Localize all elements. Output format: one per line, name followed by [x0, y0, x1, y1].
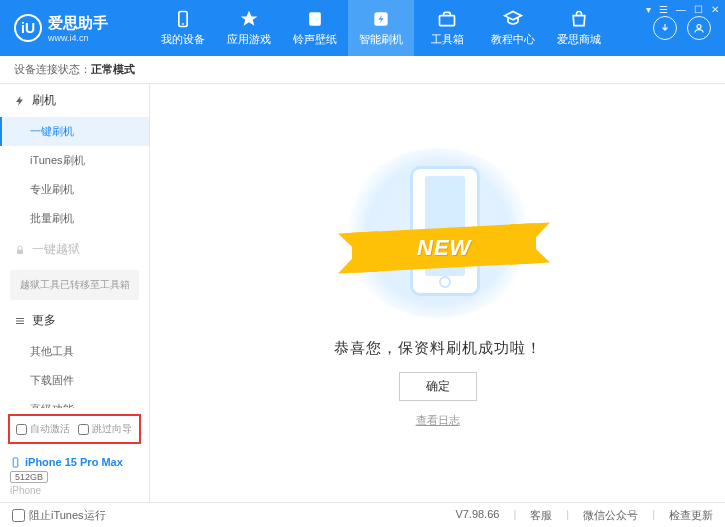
sidebar-group-flash[interactable]: 刷机	[0, 84, 149, 117]
success-illustration: NEW	[338, 146, 538, 321]
app-url: www.i4.cn	[48, 33, 108, 43]
device-name[interactable]: iPhone 15 Pro Max	[10, 456, 139, 468]
status-prefix: 设备连接状态：	[14, 62, 91, 77]
block-itunes-input[interactable]	[12, 509, 25, 522]
separator: |	[513, 508, 516, 523]
view-log-link[interactable]: 查看日志	[416, 413, 460, 428]
success-message: 恭喜您，保资料刷机成功啦！	[334, 339, 542, 358]
svg-rect-4	[440, 16, 455, 26]
device-info: iPhone 15 Pro Max 512GB iPhone	[0, 450, 149, 502]
ribbon-text: NEW	[416, 235, 470, 261]
minimize-icon[interactable]: —	[676, 4, 686, 15]
device-name-text: iPhone 15 Pro Max	[25, 456, 123, 468]
user-button[interactable]	[687, 16, 711, 40]
checkbox-label: 阻止iTunes运行	[29, 508, 106, 523]
activation-options: 自动激活 跳过向导	[8, 414, 141, 444]
sidebar-item-oneclick[interactable]: 一键刷机	[0, 117, 149, 146]
customer-service-link[interactable]: 客服	[530, 508, 552, 523]
logo-area: iU 爱思助手 www.i4.cn	[0, 14, 150, 43]
sidebar-group-jailbreak[interactable]: 一键越狱	[0, 233, 149, 266]
block-itunes-checkbox[interactable]: 阻止iTunes运行	[12, 508, 106, 523]
titlebar: iU 爱思助手 www.i4.cn 我的设备 应用游戏 铃声壁纸 智能刷机 工具…	[0, 0, 725, 56]
svg-rect-10	[13, 457, 18, 466]
sidebar-item-itunes[interactable]: iTunes刷机	[0, 146, 149, 175]
auto-activate-checkbox[interactable]: 自动激活	[16, 422, 70, 436]
wechat-link[interactable]: 微信公众号	[583, 508, 638, 523]
nav-apps-games[interactable]: 应用游戏	[216, 0, 282, 56]
settings-icon[interactable]: ☰	[659, 4, 668, 15]
sidebar-jailbreak-note: 越狱工具已转移至工具箱	[10, 270, 139, 300]
nav-label: 工具箱	[431, 32, 464, 47]
group-title: 刷机	[32, 92, 56, 109]
sidebar-item-advanced[interactable]: 高级功能	[0, 395, 149, 408]
sidebar-item-download-fw[interactable]: 下载固件	[0, 366, 149, 395]
nav-toolbox[interactable]: 工具箱	[414, 0, 480, 56]
check-update-link[interactable]: 检查更新	[669, 508, 713, 523]
checkbox-label: 自动激活	[30, 422, 70, 436]
auto-activate-input[interactable]	[16, 424, 27, 435]
svg-rect-6	[17, 249, 23, 254]
logo-icon: iU	[14, 14, 42, 42]
window-controls: ▾ ☰ — ☐ ✕	[646, 4, 719, 15]
nav-label: 爱思商城	[557, 32, 601, 47]
sidebar-item-batch[interactable]: 批量刷机	[0, 204, 149, 233]
footer: 阻止iTunes运行 V7.98.66 | 客服 | 微信公众号 | 检查更新	[0, 502, 725, 527]
menu-icon[interactable]: ▾	[646, 4, 651, 15]
header-actions	[653, 16, 725, 40]
nav-mall[interactable]: 爱思商城	[546, 0, 612, 56]
nav-label: 智能刷机	[359, 32, 403, 47]
nav-label: 我的设备	[161, 32, 205, 47]
skip-guide-checkbox[interactable]: 跳过向导	[78, 422, 132, 436]
separator: |	[652, 508, 655, 523]
download-button[interactable]	[653, 16, 677, 40]
nav-smart-flash[interactable]: 智能刷机	[348, 0, 414, 56]
skip-guide-input[interactable]	[78, 424, 89, 435]
svg-point-5	[697, 25, 701, 29]
app-name: 爱思助手	[48, 14, 108, 33]
nav-label: 应用游戏	[227, 32, 271, 47]
checkbox-label: 跳过向导	[92, 422, 132, 436]
content-area: NEW 恭喜您，保资料刷机成功啦！ 确定 查看日志	[150, 84, 725, 502]
status-row: 设备连接状态： 正常模式	[0, 56, 725, 84]
device-type: iPhone	[10, 485, 139, 496]
sidebar-item-other-tools[interactable]: 其他工具	[0, 337, 149, 366]
sidebar-item-pro[interactable]: 专业刷机	[0, 175, 149, 204]
sidebar: 刷机 一键刷机 iTunes刷机 专业刷机 批量刷机 一键越狱 越狱工具已转移至…	[0, 84, 150, 502]
group-title: 更多	[32, 312, 56, 329]
maximize-icon[interactable]: ☐	[694, 4, 703, 15]
device-storage: 512GB	[10, 471, 48, 483]
close-icon[interactable]: ✕	[711, 4, 719, 15]
ok-button[interactable]: 确定	[399, 372, 477, 401]
nav-ringtones[interactable]: 铃声壁纸	[282, 0, 348, 56]
version-label: V7.98.66	[455, 508, 499, 523]
nav-label: 教程中心	[491, 32, 535, 47]
status-value: 正常模式	[91, 62, 135, 77]
sidebar-group-more[interactable]: 更多	[0, 304, 149, 337]
nav-tutorials[interactable]: 教程中心	[480, 0, 546, 56]
nav-my-device[interactable]: 我的设备	[150, 0, 216, 56]
group-title: 一键越狱	[32, 241, 80, 258]
main: 刷机 一键刷机 iTunes刷机 专业刷机 批量刷机 一键越狱 越狱工具已转移至…	[0, 84, 725, 502]
top-nav: 我的设备 应用游戏 铃声壁纸 智能刷机 工具箱 教程中心 爱思商城	[150, 0, 653, 56]
nav-label: 铃声壁纸	[293, 32, 337, 47]
svg-rect-2	[309, 12, 321, 25]
separator: |	[566, 508, 569, 523]
